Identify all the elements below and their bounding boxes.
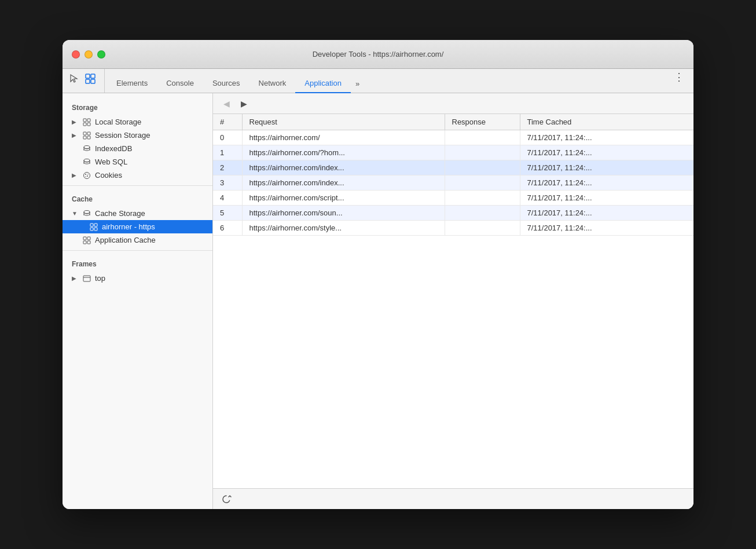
table-row[interactable]: 3 https://airhorner.com/index... 7/11/20… — [213, 175, 693, 191]
panel-toolbar: ◀ ▶ — [213, 93, 693, 114]
tab-console[interactable]: Console — [157, 75, 203, 93]
airhorner-label: airhorner - https — [102, 222, 155, 231]
nav-forward-button[interactable]: ▶ — [237, 97, 250, 110]
cell-request: https://airhorner.com/ — [242, 130, 445, 145]
cell-request: https://airhorner.com/?hom... — [242, 145, 445, 160]
svg-rect-35 — [94, 228, 97, 230]
cell-response — [445, 160, 520, 175]
cell-num: 4 — [213, 191, 242, 206]
sidebar-item-local-storage[interactable]: ▶ Local Storage — [63, 115, 212, 129]
expand-arrow-session-storage: ▶ — [72, 132, 79, 138]
top-label: top — [95, 274, 105, 283]
db-icon-indexeddb — [82, 145, 91, 153]
cell-time: 7/11/2017, 11:24:... — [520, 191, 693, 206]
tab-sources[interactable]: Sources — [203, 75, 249, 93]
cell-response — [445, 145, 520, 160]
cell-request: https://airhorner.com/index... — [242, 160, 445, 175]
cell-request: https://airhorner.com/index... — [242, 175, 445, 191]
tab-elements[interactable]: Elements — [107, 75, 157, 93]
inspect-icon[interactable] — [83, 72, 97, 86]
svg-point-27 — [84, 210, 90, 213]
svg-point-12 — [84, 145, 90, 148]
expand-arrow-cache-storage: ▼ — [72, 210, 79, 217]
svg-point-23 — [85, 174, 86, 175]
sidebar-item-session-storage[interactable]: ▶ Session Storage — [63, 129, 212, 142]
cell-request: https://airhorner.com/style... — [242, 221, 445, 236]
svg-rect-10 — [83, 136, 86, 139]
main-content: Storage ▶ Local Storage ▶ Session Storag… — [63, 93, 693, 509]
cell-response — [445, 206, 520, 221]
sidebar-item-cookies[interactable]: ▶ Cookies — [63, 169, 212, 182]
grid-icon-session — [82, 131, 91, 140]
table-row[interactable]: 1 https://airhorner.com/?hom... 7/11/201… — [213, 145, 693, 160]
grid-icon — [82, 118, 91, 126]
cell-num: 6 — [213, 221, 242, 236]
svg-point-25 — [85, 176, 86, 177]
svg-rect-40 — [83, 276, 90, 281]
cell-response — [445, 175, 520, 191]
expand-arrow-top: ▶ — [72, 275, 79, 281]
sidebar-item-airhorner[interactable]: airhorner - https — [63, 220, 212, 233]
svg-rect-2 — [86, 79, 90, 83]
cell-time: 7/11/2017, 11:24:... — [520, 175, 693, 191]
svg-rect-38 — [83, 241, 86, 244]
tab-application[interactable]: Application — [295, 75, 351, 93]
svg-point-26 — [87, 174, 88, 174]
cell-time: 7/11/2017, 11:24:... — [520, 130, 693, 145]
nav-back-button[interactable]: ◀ — [220, 97, 233, 110]
svg-rect-3 — [91, 79, 95, 83]
sidebar-item-cache-storage[interactable]: ▼ Cache Storage — [63, 207, 212, 220]
bottom-toolbar — [213, 488, 693, 509]
svg-rect-1 — [91, 74, 95, 78]
close-button[interactable] — [72, 50, 80, 58]
refresh-button[interactable] — [220, 493, 233, 506]
table-row[interactable]: 6 https://airhorner.com/style... 7/11/20… — [213, 221, 693, 236]
app-cache-label: Application Cache — [95, 236, 156, 244]
cell-response — [445, 130, 520, 145]
panel: ◀ ▶ # Request Response Time Cached — [213, 93, 693, 509]
cookies-label: Cookies — [95, 171, 122, 180]
cookie-icon — [82, 171, 91, 180]
table-row[interactable]: 0 https://airhorner.com/ 7/11/2017, 11:2… — [213, 130, 693, 145]
table-header-row: # Request Response Time Cached — [213, 114, 693, 130]
svg-rect-5 — [87, 119, 90, 122]
svg-rect-32 — [90, 224, 93, 226]
cell-time: 7/11/2017, 11:24:... — [520, 221, 693, 236]
menu-dots[interactable]: ⋮ — [669, 71, 689, 93]
maximize-button[interactable] — [97, 50, 105, 58]
tab-bar: Elements Console Sources Network Applica… — [63, 69, 693, 93]
db-icon-websql — [82, 158, 91, 166]
grid-icon-appcache — [82, 236, 91, 244]
expand-arrow-local-storage: ▶ — [72, 119, 79, 125]
tab-network[interactable]: Network — [249, 75, 296, 93]
table-row[interactable]: 4 https://airhorner.com/script... 7/11/2… — [213, 191, 693, 206]
web-sql-label: Web SQL — [95, 158, 127, 166]
cell-request: https://airhorner.com/script... — [242, 191, 445, 206]
svg-rect-8 — [83, 132, 86, 135]
divider-cache-frames — [63, 250, 212, 251]
devtools-window: Developer Tools - https://airhorner.com/… — [63, 40, 693, 509]
tab-more[interactable]: » — [351, 76, 364, 93]
table-row[interactable]: 5 https://airhorner.com/soun... 7/11/201… — [213, 206, 693, 221]
svg-rect-34 — [90, 228, 93, 230]
cursor-icon[interactable] — [67, 72, 81, 86]
sidebar-item-indexeddb[interactable]: IndexedDB — [63, 142, 212, 155]
sidebar-item-web-sql[interactable]: Web SQL — [63, 155, 212, 169]
svg-rect-11 — [87, 136, 90, 139]
svg-rect-0 — [86, 74, 90, 78]
cell-time: 7/11/2017, 11:24:... — [520, 145, 693, 160]
svg-rect-6 — [83, 123, 86, 126]
cell-request: https://airhorner.com/soun... — [242, 206, 445, 221]
svg-rect-36 — [83, 237, 86, 240]
sidebar-item-top[interactable]: ▶ top — [63, 272, 212, 285]
minimize-button[interactable] — [85, 50, 93, 58]
title-bar: Developer Tools - https://airhorner.com/ — [63, 40, 693, 69]
svg-rect-9 — [87, 132, 90, 135]
cache-header: Cache — [63, 189, 212, 207]
tabs-list: Elements Console Sources Network Applica… — [107, 75, 669, 93]
col-header-num: # — [213, 114, 242, 130]
sidebar-item-app-cache[interactable]: Application Cache — [63, 233, 212, 247]
divider-storage-cache — [63, 185, 212, 186]
traffic-lights — [72, 50, 105, 58]
table-row[interactable]: 2 https://airhorner.com/index... 7/11/20… — [213, 160, 693, 175]
